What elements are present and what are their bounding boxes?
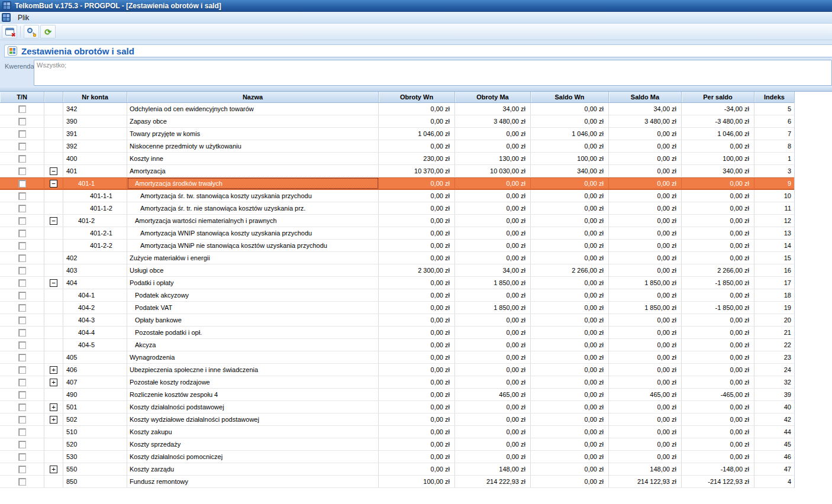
table-row[interactable]: 402 Zużycie materiałów i energii 0,00 zł… xyxy=(0,252,794,264)
expand-collapse-button[interactable]: − xyxy=(50,180,57,188)
close-view-button[interactable]: ✖ xyxy=(2,25,17,38)
account-number: 520 xyxy=(63,438,127,450)
table-row[interactable]: − 401-2 Amortyzacja wartości niematerial… xyxy=(0,215,794,227)
column-header-saldo-ma[interactable]: Saldo Ma xyxy=(609,92,682,102)
table-row[interactable]: + 501 Koszty działalności podstawowej 0,… xyxy=(0,401,794,413)
table-row[interactable]: − 401 Amortyzacja 10 370,00 zł 10 030,00… xyxy=(0,165,794,177)
column-header-expander[interactable] xyxy=(44,92,63,102)
column-header-nr-konta[interactable]: Nr konta xyxy=(63,92,127,102)
table-row[interactable]: 403 Usługi obce 2 300,00 zł 34,00 zł 2 2… xyxy=(0,264,794,277)
row-checkbox[interactable] xyxy=(18,167,26,175)
table-row[interactable]: 342 Odchylenia od cen ewidencyjnych towa… xyxy=(0,103,794,115)
row-checkbox[interactable] xyxy=(18,180,26,188)
row-checkbox[interactable] xyxy=(18,242,26,250)
row-checkbox[interactable] xyxy=(18,453,26,461)
row-checkbox[interactable] xyxy=(18,254,26,262)
row-checkbox[interactable] xyxy=(18,292,26,299)
row-checkbox[interactable] xyxy=(18,478,26,486)
table-row[interactable]: + 407 Pozostałe koszty rodzajowe 0,00 zł… xyxy=(0,376,794,389)
row-checkbox[interactable] xyxy=(18,391,26,399)
indeks-value: 1 xyxy=(754,153,795,164)
account-number: 401-1-2 xyxy=(63,202,127,214)
account-number: 407 xyxy=(63,376,127,388)
row-checkbox[interactable] xyxy=(18,155,26,163)
column-header-obroty-ma[interactable]: Obroty Ma xyxy=(455,92,531,102)
saldo-ma-value: 1 850,00 zł xyxy=(609,277,682,289)
row-checkbox[interactable] xyxy=(18,279,26,287)
row-checkbox[interactable] xyxy=(18,403,26,411)
table-row[interactable]: 405 Wynagrodzenia 0,00 zł 0,00 zł 0,00 z… xyxy=(0,351,794,364)
row-checkbox[interactable] xyxy=(18,428,26,436)
expand-collapse-button[interactable]: + xyxy=(50,379,57,386)
column-header-obroty-wn[interactable]: Obroty Wn xyxy=(379,92,455,102)
table-row[interactable]: 401-2-1 Amortyzacja WNIP stanowiąca kosz… xyxy=(0,227,794,240)
expander-cell xyxy=(44,240,63,251)
refresh-button[interactable]: ⟳ xyxy=(40,25,56,38)
table-row[interactable]: 391 Towary przyjęte w komis 1 046,00 zł … xyxy=(0,128,794,140)
table-row[interactable]: + 502 Koszty wydziałowe działalności pod… xyxy=(0,413,794,426)
expand-collapse-button[interactable]: + xyxy=(50,416,57,424)
row-checkbox[interactable] xyxy=(18,105,26,113)
table-row[interactable]: 850 Fundusz remontowy 100,00 zł 214 222,… xyxy=(0,476,794,488)
expand-collapse-button[interactable]: − xyxy=(50,167,57,175)
account-name: Amortyzacja WNiP nie stanowiąca kosztów … xyxy=(127,240,379,251)
table-row[interactable]: 404-1 Podatek akcyzowy 0,00 zł 0,00 zł 0… xyxy=(0,289,794,302)
column-header-nazwa[interactable]: Nazwa xyxy=(127,92,379,102)
table-row[interactable]: 404-5 Akcyza 0,00 zł 0,00 zł 0,00 zł 0,0… xyxy=(0,339,794,351)
table-row[interactable]: 401-2-2 Amortyzacja WNiP nie stanowiąca … xyxy=(0,240,794,252)
expand-collapse-button[interactable]: + xyxy=(50,466,57,473)
column-header-tn[interactable]: T/N xyxy=(0,92,44,102)
expand-collapse-button[interactable]: + xyxy=(50,366,57,374)
table-row[interactable]: + 406 Ubezpieczenia społeczne i inne świ… xyxy=(0,364,794,376)
row-checkbox[interactable] xyxy=(18,143,26,150)
menu-item-plik[interactable]: Plik xyxy=(14,12,33,23)
expand-collapse-button[interactable]: + xyxy=(50,403,57,411)
saldo-ma-value: 0,00 zł xyxy=(609,376,682,388)
row-checkbox[interactable] xyxy=(18,441,26,448)
table-row[interactable]: 401-1-2 Amortyzacja śr. tr. nie stanowią… xyxy=(0,202,794,215)
obroty-ma-value: 0,00 zł xyxy=(455,227,531,239)
table-row[interactable]: 490 Rozliczenie kosztów zespołu 4 0,00 z… xyxy=(0,389,794,401)
row-checkbox[interactable] xyxy=(18,192,26,200)
search-button[interactable] xyxy=(24,25,39,38)
obroty-wn-value: 0,00 zł xyxy=(379,413,455,425)
expand-collapse-button[interactable]: − xyxy=(50,217,57,225)
table-row[interactable]: 400 Koszty inne 230,00 zł 130,00 zł 100,… xyxy=(0,153,794,165)
column-header-per-saldo[interactable]: Per saldo xyxy=(682,92,754,102)
row-checkbox[interactable] xyxy=(18,118,26,125)
table-row[interactable]: 404-3 Opłaty bankowe 0,00 zł 0,00 zł 0,0… xyxy=(0,314,794,327)
column-header-indeks[interactable]: Indeks xyxy=(754,92,795,102)
row-checkbox[interactable] xyxy=(18,416,26,424)
table-row[interactable]: 520 Koszty sprzedaży 0,00 zł 0,00 zł 0,0… xyxy=(0,438,794,451)
saldo-wn-value: 0,00 zł xyxy=(531,252,609,264)
row-checkbox[interactable] xyxy=(18,329,26,337)
table-row[interactable]: − 404 Podatki i opłaty 0,00 zł 1 850,00 … xyxy=(0,277,794,289)
row-checkbox[interactable] xyxy=(18,466,26,473)
row-checkbox[interactable] xyxy=(18,267,26,274)
row-checkbox[interactable] xyxy=(18,217,26,225)
column-header-saldo-wn[interactable]: Saldo Wn xyxy=(531,92,609,102)
table-row[interactable]: 404-4 Pozostałe podatki i opł. 0,00 zł 0… xyxy=(0,327,794,339)
table-row[interactable]: 392 Niskocenne przedmioty w użytkowaniu … xyxy=(0,140,794,153)
expand-collapse-button[interactable]: − xyxy=(50,279,57,287)
row-checkbox[interactable] xyxy=(18,130,26,138)
row-checkbox[interactable] xyxy=(18,366,26,374)
row-checkbox[interactable] xyxy=(18,304,26,312)
account-name: Amortyzacja wartości niematerialnych i p… xyxy=(127,215,379,227)
table-row[interactable]: 390 Zapasy obce 0,00 zł 3 480,00 zł 0,00… xyxy=(0,115,794,128)
table-row[interactable]: 510 Koszty zakupu 0,00 zł 0,00 zł 0,00 z… xyxy=(0,426,794,438)
table-row[interactable]: + 550 Koszty zarządu 0,00 zł 148,00 zł 0… xyxy=(0,463,794,476)
row-checkbox[interactable] xyxy=(18,341,26,349)
app-icon[interactable] xyxy=(2,1,11,10)
per-saldo-value: 0,00 zł xyxy=(682,413,754,425)
row-checkbox[interactable] xyxy=(18,230,26,237)
row-checkbox[interactable] xyxy=(18,205,26,212)
row-checkbox[interactable] xyxy=(18,316,26,324)
row-checkbox[interactable] xyxy=(18,379,26,386)
table-row[interactable]: 401-1-1 Amortyzacja śr. tw. stanowiąca k… xyxy=(0,190,794,202)
table-row[interactable]: 530 Koszty działalności pomocniczej 0,00… xyxy=(0,451,794,463)
row-checkbox[interactable] xyxy=(18,354,26,361)
table-row[interactable]: − 401-1 Amortyzacja środków trwałych 0,0… xyxy=(0,177,794,190)
query-input[interactable]: Wszystko; xyxy=(34,60,832,86)
table-row[interactable]: 404-2 Podatek VAT 0,00 zł 1 850,00 zł 0,… xyxy=(0,302,794,314)
